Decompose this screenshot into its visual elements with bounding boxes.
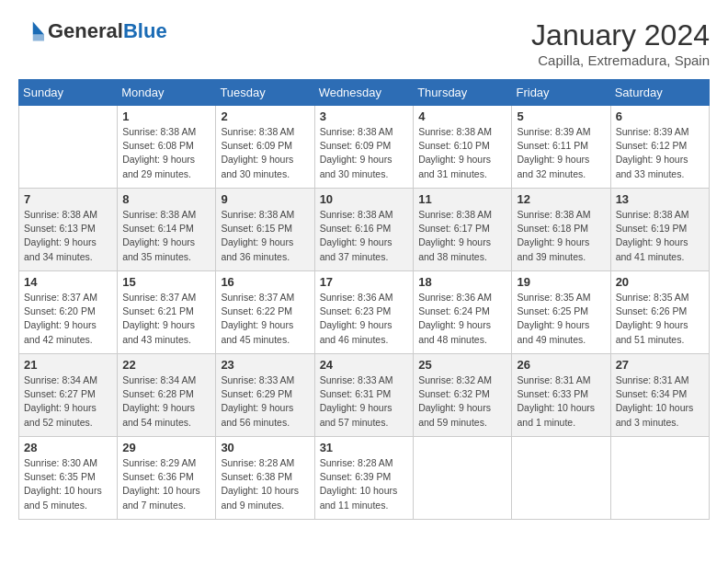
day-number: 23 [221, 358, 309, 372]
day-info: Sunrise: 8:35 AMSunset: 6:25 PMDaylight:… [517, 291, 605, 347]
title-block: January 2024 Capilla, Extremadura, Spain [531, 18, 710, 68]
calendar-cell: 24Sunrise: 8:33 AMSunset: 6:31 PMDayligh… [314, 354, 414, 437]
calendar-cell [414, 437, 512, 520]
day-number: 5 [517, 109, 605, 123]
day-info: Sunrise: 8:38 AMSunset: 6:13 PMDaylight:… [24, 208, 112, 264]
day-number: 24 [320, 358, 409, 372]
day-info: Sunrise: 8:38 AMSunset: 6:09 PMDaylight:… [221, 125, 309, 181]
calendar-cell: 11Sunrise: 8:38 AMSunset: 6:17 PMDayligh… [414, 189, 512, 271]
day-info: Sunrise: 8:28 AMSunset: 6:39 PMDaylight:… [320, 456, 409, 512]
day-number: 11 [418, 192, 506, 206]
week-row-1: 1Sunrise: 8:38 AMSunset: 6:08 PMDaylight… [19, 106, 710, 189]
day-number: 22 [122, 358, 210, 372]
weekday-header-saturday: Saturday [610, 80, 709, 106]
logo: GeneralBlue [18, 18, 167, 44]
day-info: Sunrise: 8:34 AMSunset: 6:27 PMDaylight:… [24, 373, 112, 430]
day-info: Sunrise: 8:38 AMSunset: 6:16 PMDaylight:… [320, 208, 409, 264]
day-info: Sunrise: 8:39 AMSunset: 6:12 PMDaylight:… [616, 125, 704, 181]
calendar-cell: 22Sunrise: 8:34 AMSunset: 6:28 PMDayligh… [118, 354, 216, 437]
day-info: Sunrise: 8:34 AMSunset: 6:28 PMDaylight:… [122, 373, 210, 430]
calendar-cell: 31Sunrise: 8:28 AMSunset: 6:39 PMDayligh… [314, 437, 414, 520]
calendar-cell: 21Sunrise: 8:34 AMSunset: 6:27 PMDayligh… [19, 354, 118, 437]
day-number: 6 [616, 109, 704, 123]
calendar-cell: 2Sunrise: 8:38 AMSunset: 6:09 PMDaylight… [216, 106, 314, 189]
day-number: 1 [122, 109, 210, 123]
calendar-cell: 26Sunrise: 8:31 AMSunset: 6:33 PMDayligh… [512, 354, 610, 437]
weekday-header-friday: Friday [512, 80, 610, 106]
day-number: 2 [221, 109, 309, 123]
day-number: 13 [616, 192, 704, 206]
calendar-cell: 7Sunrise: 8:38 AMSunset: 6:13 PMDaylight… [19, 189, 118, 271]
day-number: 31 [320, 441, 409, 454]
day-number: 17 [320, 275, 409, 289]
calendar-subtitle: Capilla, Extremadura, Spain [531, 52, 710, 68]
week-row-5: 28Sunrise: 8:30 AMSunset: 6:35 PMDayligh… [19, 437, 710, 520]
svg-marker-1 [33, 35, 44, 41]
day-number: 14 [24, 275, 112, 289]
day-info: Sunrise: 8:37 AMSunset: 6:21 PMDaylight:… [122, 291, 210, 347]
calendar-cell: 17Sunrise: 8:36 AMSunset: 6:23 PMDayligh… [314, 271, 414, 354]
logo-general-text: General [48, 20, 123, 42]
day-number: 28 [24, 441, 112, 454]
day-number: 12 [517, 192, 605, 206]
day-number: 9 [221, 192, 309, 206]
calendar-cell: 25Sunrise: 8:32 AMSunset: 6:32 PMDayligh… [414, 354, 512, 437]
day-info: Sunrise: 8:31 AMSunset: 6:34 PMDaylight:… [616, 373, 704, 430]
weekday-header-tuesday: Tuesday [216, 80, 314, 106]
calendar-cell: 12Sunrise: 8:38 AMSunset: 6:18 PMDayligh… [512, 189, 610, 271]
calendar-cell: 6Sunrise: 8:39 AMSunset: 6:12 PMDaylight… [610, 106, 709, 189]
calendar-cell: 19Sunrise: 8:35 AMSunset: 6:25 PMDayligh… [512, 271, 610, 354]
week-row-2: 7Sunrise: 8:38 AMSunset: 6:13 PMDaylight… [19, 189, 710, 271]
calendar-cell [19, 106, 118, 189]
day-number: 3 [320, 109, 409, 123]
svg-marker-0 [33, 22, 44, 35]
day-info: Sunrise: 8:33 AMSunset: 6:31 PMDaylight:… [320, 373, 409, 430]
day-info: Sunrise: 8:38 AMSunset: 6:15 PMDaylight:… [221, 208, 309, 264]
calendar-cell: 1Sunrise: 8:38 AMSunset: 6:08 PMDaylight… [118, 106, 216, 189]
day-info: Sunrise: 8:38 AMSunset: 6:08 PMDaylight:… [122, 125, 210, 181]
week-row-4: 21Sunrise: 8:34 AMSunset: 6:27 PMDayligh… [19, 354, 710, 437]
day-info: Sunrise: 8:30 AMSunset: 6:35 PMDaylight:… [24, 456, 112, 512]
day-info: Sunrise: 8:31 AMSunset: 6:33 PMDaylight:… [517, 373, 605, 430]
calendar-cell: 10Sunrise: 8:38 AMSunset: 6:16 PMDayligh… [314, 189, 414, 271]
day-number: 30 [221, 441, 309, 454]
day-number: 19 [517, 275, 605, 289]
calendar-cell: 13Sunrise: 8:38 AMSunset: 6:19 PMDayligh… [610, 189, 709, 271]
calendar-cell: 29Sunrise: 8:29 AMSunset: 6:36 PMDayligh… [118, 437, 216, 520]
day-number: 26 [517, 358, 605, 372]
weekday-header-monday: Monday [118, 80, 216, 106]
calendar-cell: 27Sunrise: 8:31 AMSunset: 6:34 PMDayligh… [610, 354, 709, 437]
calendar-cell: 28Sunrise: 8:30 AMSunset: 6:35 PMDayligh… [19, 437, 118, 520]
calendar-title: January 2024 [531, 18, 710, 52]
weekday-header-sunday: Sunday [19, 80, 118, 106]
calendar-cell: 14Sunrise: 8:37 AMSunset: 6:20 PMDayligh… [19, 271, 118, 354]
day-info: Sunrise: 8:38 AMSunset: 6:19 PMDaylight:… [616, 208, 704, 264]
day-info: Sunrise: 8:32 AMSunset: 6:32 PMDaylight:… [418, 373, 506, 430]
day-number: 7 [24, 192, 112, 206]
weekday-header-row: SundayMondayTuesdayWednesdayThursdayFrid… [19, 80, 710, 106]
week-row-3: 14Sunrise: 8:37 AMSunset: 6:20 PMDayligh… [19, 271, 710, 354]
day-number: 27 [616, 358, 704, 372]
logo-icon [18, 18, 44, 44]
calendar-cell: 5Sunrise: 8:39 AMSunset: 6:11 PMDaylight… [512, 106, 610, 189]
day-info: Sunrise: 8:36 AMSunset: 6:23 PMDaylight:… [320, 291, 409, 347]
day-info: Sunrise: 8:38 AMSunset: 6:10 PMDaylight:… [418, 125, 506, 181]
day-number: 10 [320, 192, 409, 206]
day-number: 16 [221, 275, 309, 289]
day-number: 4 [418, 109, 506, 123]
page-header: GeneralBlue January 2024 Capilla, Extrem… [18, 18, 710, 68]
day-info: Sunrise: 8:28 AMSunset: 6:38 PMDaylight:… [221, 456, 309, 512]
day-number: 25 [418, 358, 506, 372]
calendar-cell: 3Sunrise: 8:38 AMSunset: 6:09 PMDaylight… [314, 106, 414, 189]
weekday-header-wednesday: Wednesday [314, 80, 414, 106]
calendar-cell: 20Sunrise: 8:35 AMSunset: 6:26 PMDayligh… [610, 271, 709, 354]
day-info: Sunrise: 8:38 AMSunset: 6:18 PMDaylight:… [517, 208, 605, 264]
calendar-cell: 15Sunrise: 8:37 AMSunset: 6:21 PMDayligh… [118, 271, 216, 354]
day-number: 20 [616, 275, 704, 289]
day-info: Sunrise: 8:37 AMSunset: 6:22 PMDaylight:… [221, 291, 309, 347]
day-info: Sunrise: 8:36 AMSunset: 6:24 PMDaylight:… [418, 291, 506, 347]
day-number: 21 [24, 358, 112, 372]
day-number: 29 [122, 441, 210, 454]
calendar-cell [512, 437, 610, 520]
calendar-cell: 16Sunrise: 8:37 AMSunset: 6:22 PMDayligh… [216, 271, 314, 354]
